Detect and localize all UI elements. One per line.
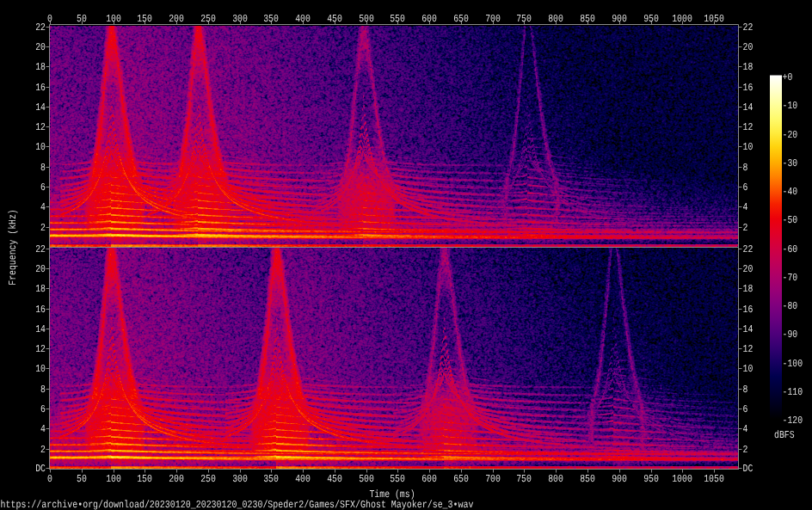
svg-text:700: 700 — [485, 473, 501, 485]
svg-text:DC: DC — [743, 463, 754, 475]
svg-text:12: 12 — [743, 343, 754, 355]
svg-text:4: 4 — [743, 423, 748, 435]
svg-text:-80: -80 — [783, 300, 798, 312]
svg-text:300: 300 — [232, 473, 248, 485]
svg-text:2: 2 — [743, 444, 748, 456]
svg-text:20: 20 — [35, 41, 46, 53]
svg-text:16: 16 — [743, 304, 754, 316]
svg-text:200: 200 — [169, 13, 184, 25]
svg-text:550: 550 — [390, 13, 405, 25]
svg-text:300: 300 — [232, 13, 248, 25]
svg-text:700: 700 — [485, 13, 501, 25]
svg-text:600: 600 — [421, 13, 437, 25]
svg-text:14: 14 — [743, 323, 754, 335]
svg-text:1050: 1050 — [704, 13, 724, 25]
svg-text:250: 250 — [200, 13, 216, 25]
svg-text:1050: 1050 — [704, 473, 724, 485]
svg-text:800: 800 — [548, 13, 563, 25]
svg-text:900: 900 — [612, 473, 627, 485]
svg-text:-10: -10 — [783, 100, 798, 112]
svg-text:450: 450 — [327, 13, 342, 25]
svg-text:950: 950 — [643, 473, 659, 485]
svg-text:18: 18 — [35, 283, 46, 295]
svg-text:8: 8 — [40, 162, 46, 174]
svg-text:8: 8 — [743, 384, 748, 396]
svg-text:18: 18 — [743, 61, 754, 73]
svg-text:Frequency (kHz): Frequency (kHz) — [7, 209, 19, 286]
svg-text:500: 500 — [359, 13, 374, 25]
svg-text:100: 100 — [106, 473, 121, 485]
svg-text:6: 6 — [743, 403, 748, 415]
svg-text:16: 16 — [743, 82, 754, 94]
svg-text:-60: -60 — [783, 243, 798, 255]
svg-text:-50: -50 — [783, 214, 798, 226]
svg-text:10: 10 — [35, 363, 46, 375]
svg-text:800: 800 — [548, 473, 563, 485]
svg-text:50: 50 — [77, 473, 87, 485]
svg-text:4: 4 — [743, 201, 748, 213]
svg-text:-20: -20 — [783, 129, 798, 141]
svg-text:12: 12 — [35, 121, 46, 133]
svg-text:10: 10 — [35, 141, 46, 153]
svg-text:4: 4 — [40, 423, 46, 435]
svg-text:14: 14 — [35, 101, 46, 114]
svg-text:16: 16 — [35, 82, 46, 94]
svg-text:6: 6 — [743, 181, 748, 194]
svg-text:500: 500 — [359, 473, 374, 485]
svg-text:10: 10 — [743, 363, 754, 375]
svg-text:18: 18 — [743, 283, 754, 295]
svg-text:4: 4 — [40, 201, 46, 213]
svg-text:20: 20 — [743, 41, 754, 53]
svg-text:6: 6 — [40, 403, 46, 415]
svg-text:650: 650 — [453, 13, 469, 25]
svg-text:20: 20 — [743, 263, 754, 275]
svg-text:450: 450 — [327, 473, 342, 485]
svg-text:22: 22 — [35, 22, 46, 34]
svg-text:8: 8 — [743, 162, 748, 174]
svg-text:950: 950 — [643, 13, 659, 25]
svg-text:850: 850 — [580, 473, 595, 485]
svg-text:22: 22 — [35, 243, 46, 255]
svg-text:10: 10 — [743, 141, 754, 153]
svg-text:50: 50 — [77, 13, 87, 25]
svg-text:100: 100 — [106, 13, 121, 25]
svg-text:1000: 1000 — [672, 473, 692, 485]
svg-text:14: 14 — [743, 101, 754, 114]
svg-text:DC: DC — [35, 463, 46, 475]
svg-text:12: 12 — [35, 343, 46, 355]
svg-text:https://archive•org/download/2: https://archive•org/download/20230120_20… — [1, 499, 474, 510]
svg-text:dBFS: dBFS — [774, 429, 795, 441]
svg-text:2: 2 — [743, 222, 748, 234]
svg-text:+0: +0 — [783, 71, 793, 83]
svg-text:14: 14 — [35, 323, 46, 335]
svg-text:-90: -90 — [783, 329, 798, 341]
svg-text:-40: -40 — [783, 186, 798, 198]
svg-text:400: 400 — [295, 473, 311, 485]
svg-text:750: 750 — [516, 13, 532, 25]
svg-text:-30: -30 — [783, 157, 798, 169]
svg-text:350: 350 — [263, 473, 279, 485]
svg-text:850: 850 — [580, 13, 595, 25]
svg-text:600: 600 — [421, 473, 437, 485]
svg-text:900: 900 — [612, 13, 627, 25]
svg-text:650: 650 — [453, 473, 469, 485]
svg-text:1000: 1000 — [672, 13, 692, 25]
svg-text:0: 0 — [47, 13, 52, 25]
svg-text:22: 22 — [743, 243, 754, 255]
svg-text:18: 18 — [35, 61, 46, 73]
svg-text:400: 400 — [295, 13, 311, 25]
svg-text:22: 22 — [743, 22, 754, 34]
svg-text:12: 12 — [743, 121, 754, 133]
svg-text:2: 2 — [40, 222, 46, 234]
svg-text:16: 16 — [35, 304, 46, 316]
svg-text:-120: -120 — [783, 415, 803, 427]
svg-text:6: 6 — [40, 181, 46, 194]
svg-text:750: 750 — [516, 473, 532, 485]
svg-text:2: 2 — [40, 444, 46, 456]
svg-text:350: 350 — [263, 13, 279, 25]
svg-text:0: 0 — [47, 473, 52, 485]
svg-text:550: 550 — [390, 473, 405, 485]
svg-text:250: 250 — [200, 473, 216, 485]
svg-text:200: 200 — [169, 473, 184, 485]
svg-text:150: 150 — [137, 473, 152, 485]
